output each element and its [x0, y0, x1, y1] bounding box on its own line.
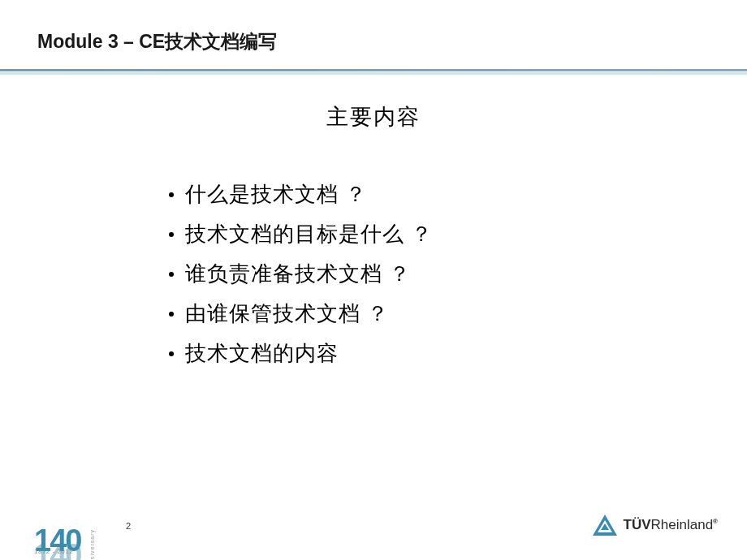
- registered-icon: ®: [713, 518, 718, 525]
- page-number: 2: [126, 521, 131, 531]
- slide-footer: 140 140 anniversary 1872 - 2012 2 TÜVRhe…: [0, 483, 747, 560]
- bullet-icon: [169, 272, 174, 277]
- bullet-icon: [169, 232, 174, 237]
- list-item: 技术文档的内容: [169, 339, 433, 368]
- anniversary-label: anniversary: [89, 529, 95, 560]
- bullet-icon: [169, 351, 174, 356]
- title-underline: [0, 69, 747, 77]
- list-item-text: 由谁保管技术文档 ？: [185, 299, 389, 328]
- brand-logo: TÜVRheinland®: [593, 515, 718, 536]
- list-item: 什么是技术文档 ？: [169, 180, 433, 209]
- bullet-icon: [169, 312, 174, 317]
- underline-main: [0, 69, 747, 71]
- list-item-text: 谁负责准备技术文档 ？: [185, 260, 411, 288]
- anniversary-years: 1872 - 2012: [34, 548, 73, 555]
- brand-suffix: Rheinland: [651, 517, 714, 532]
- list-item: 谁负责准备技术文档 ？: [169, 260, 433, 288]
- anniversary-logo: 140 140 anniversary 1872 - 2012: [34, 528, 80, 554]
- brand-prefix: TÜV: [624, 517, 651, 532]
- bullet-icon: [169, 192, 174, 197]
- brand-text: TÜVRheinland®: [624, 517, 718, 533]
- slide-title: Module 3 – CE技术文档编写: [37, 29, 277, 54]
- underline-shadow: [0, 72, 747, 75]
- bullet-list: 什么是技术文档 ？ 技术文档的目标是什么 ？ 谁负责准备技术文档 ？ 由谁保管技…: [169, 180, 433, 379]
- list-item-text: 什么是技术文档 ？: [185, 180, 367, 209]
- triangle-icon: [593, 515, 617, 536]
- list-item-text: 技术文档的内容: [185, 339, 339, 368]
- section-heading: 主要内容: [0, 102, 747, 131]
- list-item: 由谁保管技术文档 ？: [169, 299, 433, 328]
- list-item-text: 技术文档的目标是什么 ？: [185, 220, 433, 248]
- list-item: 技术文档的目标是什么 ？: [169, 220, 433, 248]
